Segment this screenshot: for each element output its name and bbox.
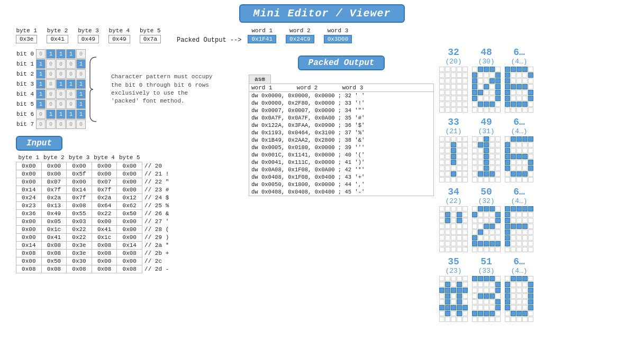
input-cell-0-3[interactable]: 0x00 [92,162,117,170]
bit-cell-1-2[interactable]: 0 [56,59,66,69]
bit-cell-5-2[interactable]: 0 [56,99,66,109]
bit-cell-6-1[interactable]: 1 [46,109,56,119]
bit-cell-5-1[interactable]: 0 [46,99,56,109]
bit-cell-7-2[interactable]: 0 [56,119,66,129]
input-cell-10-0[interactable]: 0x14 [16,242,42,250]
input-cell-3-4[interactable]: 0x00 [117,186,142,194]
byte-value-3[interactable]: 0x49 [78,35,99,43]
bit-cell-3-0[interactable]: 1 [36,79,46,89]
bit-cell-2-4[interactable]: 0 [76,69,86,79]
bit-cell-4-4[interactable]: 1 [76,89,86,99]
input-cell-3-2[interactable]: 0x14 [67,186,92,194]
input-cell-6-0[interactable]: 0x36 [16,210,42,218]
input-cell-7-4[interactable]: 0x00 [117,218,142,226]
input-cell-5-4[interactable]: 0x62 [117,202,142,210]
input-cell-11-3[interactable]: 0x08 [92,250,117,257]
bit-cell-5-4[interactable]: 1 [76,99,86,109]
input-cell-12-1[interactable]: 0x50 [41,257,67,265]
bit-cell-6-3[interactable]: 1 [66,109,76,119]
input-cell-12-0[interactable]: 0x00 [16,257,42,265]
byte-value-2[interactable]: 0x41 [47,35,68,43]
input-cell-1-3[interactable]: 0x00 [92,170,117,178]
bit-cell-4-2[interactable]: 0 [56,89,66,99]
bit-cell-1-4[interactable]: 1 [76,59,86,69]
byte-value-5[interactable]: 0x7a [140,35,161,43]
byte-value-4[interactable]: 0x49 [108,35,130,43]
input-cell-11-2[interactable]: 0x3e [67,250,92,257]
input-cell-6-2[interactable]: 0x55 [67,210,92,218]
input-cell-4-1[interactable]: 0x2a [41,194,67,202]
input-cell-8-0[interactable]: 0x00 [16,226,42,234]
input-cell-3-3[interactable]: 0x7f [92,186,117,194]
bit-cell-0-1[interactable]: 1 [46,49,56,59]
input-cell-7-1[interactable]: 0x05 [41,218,67,226]
input-cell-13-1[interactable]: 0x08 [41,265,67,273]
input-cell-2-4[interactable]: 0x00 [117,178,142,186]
input-cell-3-1[interactable]: 0x7f [41,186,67,194]
input-cell-9-4[interactable]: 0x00 [117,234,142,242]
input-cell-5-0[interactable]: 0x23 [16,202,42,210]
bit-cell-3-2[interactable]: 1 [56,79,66,89]
input-cell-1-1[interactable]: 0x00 [41,170,67,178]
input-cell-6-4[interactable]: 0x50 [117,210,142,218]
input-cell-4-3[interactable]: 0x2a [92,194,117,202]
input-cell-4-0[interactable]: 0x24 [16,194,42,202]
input-cell-12-3[interactable]: 0x00 [92,257,117,265]
bit-cell-0-4[interactable]: 0 [76,49,86,59]
input-cell-9-2[interactable]: 0x22 [67,234,92,242]
input-cell-3-0[interactable]: 0x14 [16,186,42,194]
bit-cell-3-1[interactable]: 0 [46,79,56,89]
bit-cell-6-0[interactable]: 0 [36,109,46,119]
bit-cell-1-3[interactable]: 0 [66,59,76,69]
input-cell-4-2[interactable]: 0x7f [67,194,92,202]
input-cell-6-3[interactable]: 0x22 [92,210,117,218]
input-cell-2-2[interactable]: 0x00 [67,178,92,186]
input-cell-6-1[interactable]: 0x49 [41,210,67,218]
input-cell-9-0[interactable]: 0x00 [16,234,42,242]
input-cell-12-4[interactable]: 0x00 [117,257,142,265]
input-cell-11-1[interactable]: 0x08 [41,250,67,257]
bit-cell-7-1[interactable]: 0 [46,119,56,129]
input-cell-5-2[interactable]: 0x08 [67,202,92,210]
bit-cell-2-3[interactable]: 0 [66,69,76,79]
bit-cell-2-0[interactable]: 1 [36,69,46,79]
input-cell-1-0[interactable]: 0x00 [16,170,42,178]
bit-cell-0-0[interactable]: 0 [36,49,46,59]
bit-cell-5-3[interactable]: 0 [66,99,76,109]
bit-cell-1-1[interactable]: 0 [46,59,56,69]
input-cell-5-3[interactable]: 0x64 [92,202,117,210]
input-cell-2-1[interactable]: 0x07 [41,178,67,186]
input-cell-11-0[interactable]: 0x08 [16,250,42,257]
input-cell-12-2[interactable]: 0x30 [67,257,92,265]
input-cell-9-1[interactable]: 0x41 [41,234,67,242]
input-cell-8-1[interactable]: 0x1c [41,226,67,234]
bit-cell-6-4[interactable]: 1 [76,109,86,119]
input-cell-8-3[interactable]: 0x41 [92,226,117,234]
input-cell-7-2[interactable]: 0x03 [67,218,92,226]
input-cell-1-4[interactable]: 0x00 [117,170,142,178]
input-cell-0-2[interactable]: 0x00 [67,162,92,170]
byte-value-1[interactable]: 0x3e [16,35,37,43]
input-cell-13-4[interactable]: 0x08 [117,265,142,273]
input-cell-13-2[interactable]: 0x08 [67,265,92,273]
input-cell-13-0[interactable]: 0x08 [16,265,42,273]
bit-cell-0-2[interactable]: 1 [56,49,66,59]
asm-tab[interactable]: asm [249,75,271,84]
bit-cell-4-1[interactable]: 0 [46,89,56,99]
input-cell-9-3[interactable]: 0x1c [92,234,117,242]
input-cell-0-4[interactable]: 0x00 [117,162,142,170]
input-cell-8-4[interactable]: 0x00 [117,226,142,234]
input-cell-10-3[interactable]: 0x08 [92,242,117,250]
input-cell-0-1[interactable]: 0x00 [41,162,67,170]
bit-cell-2-1[interactable]: 0 [46,69,56,79]
bit-cell-5-0[interactable]: 1 [36,99,46,109]
input-cell-10-4[interactable]: 0x14 [117,242,142,250]
input-cell-1-2[interactable]: 0x5f [67,170,92,178]
input-cell-8-2[interactable]: 0x22 [67,226,92,234]
input-cell-10-2[interactable]: 0x3e [67,242,92,250]
bit-cell-3-4[interactable]: 1 [76,79,86,89]
bit-cell-6-2[interactable]: 1 [56,109,66,119]
bit-cell-1-0[interactable]: 1 [36,59,46,69]
input-cell-7-0[interactable]: 0x00 [16,218,42,226]
input-cell-2-0[interactable]: 0x00 [16,178,42,186]
